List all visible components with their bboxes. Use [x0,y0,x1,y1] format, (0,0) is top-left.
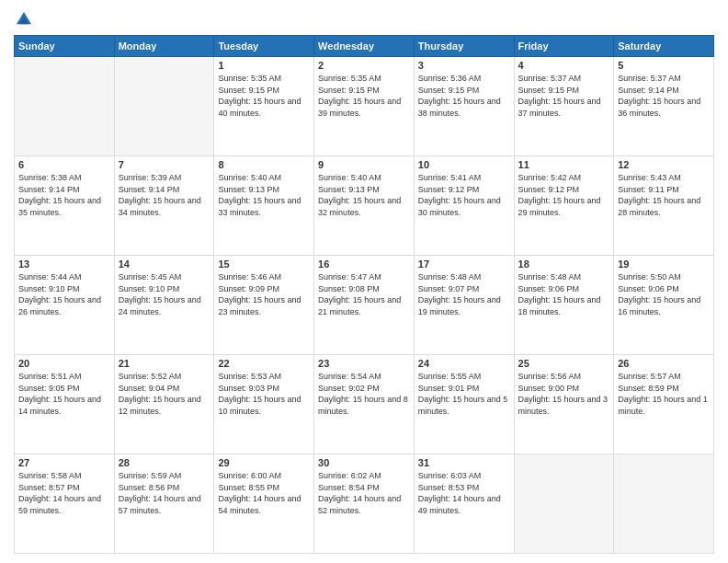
day-number: 18 [518,259,610,270]
day-number: 30 [318,457,410,468]
day-number: 12 [618,159,710,170]
cell-info: Sunrise: 5:51 AM Sunset: 9:05 PM Dayligh… [18,371,110,417]
calendar-cell: 13 Sunrise: 5:44 AM Sunset: 9:10 PM Dayl… [15,256,115,355]
calendar-cell: 7 Sunrise: 5:39 AM Sunset: 9:14 PM Dayli… [114,156,214,256]
day-number: 6 [18,159,110,170]
calendar-cell: 3 Sunrise: 5:36 AM Sunset: 9:15 PM Dayli… [414,57,514,156]
cell-info: Sunrise: 5:48 AM Sunset: 9:07 PM Dayligh… [418,271,510,317]
calendar-cell: 27 Sunrise: 5:58 AM Sunset: 8:57 PM Dayl… [15,454,115,554]
calendar-cell: 26 Sunrise: 5:57 AM Sunset: 8:59 PM Dayl… [614,355,714,454]
calendar-cell [614,454,714,554]
cell-info: Sunrise: 5:40 AM Sunset: 9:13 PM Dayligh… [218,172,310,218]
cell-info: Sunrise: 5:37 AM Sunset: 9:14 PM Dayligh… [618,73,710,119]
day-number: 24 [418,358,510,369]
day-number: 26 [618,358,710,369]
calendar-cell: 10 Sunrise: 5:41 AM Sunset: 9:12 PM Dayl… [414,156,514,256]
calendar-cell: 14 Sunrise: 5:45 AM Sunset: 9:10 PM Dayl… [114,256,214,355]
calendar-cell [514,454,614,554]
cell-info: Sunrise: 5:44 AM Sunset: 9:10 PM Dayligh… [18,271,110,317]
day-number: 9 [318,159,410,170]
day-number: 17 [418,259,510,270]
cell-info: Sunrise: 5:42 AM Sunset: 9:12 PM Dayligh… [518,172,610,218]
calendar-cell: 1 Sunrise: 5:35 AM Sunset: 9:15 PM Dayli… [214,57,314,156]
cell-info: Sunrise: 6:02 AM Sunset: 8:54 PM Dayligh… [318,470,410,516]
calendar-cell: 5 Sunrise: 5:37 AM Sunset: 9:14 PM Dayli… [614,57,714,156]
day-number: 4 [518,60,610,71]
calendar-week-4: 20 Sunrise: 5:51 AM Sunset: 9:05 PM Dayl… [15,355,714,454]
day-number: 27 [18,457,110,468]
day-number: 22 [218,358,310,369]
calendar-cell: 18 Sunrise: 5:48 AM Sunset: 9:06 PM Dayl… [514,256,614,355]
logo [14,9,38,29]
cell-info: Sunrise: 5:43 AM Sunset: 9:11 PM Dayligh… [618,172,710,218]
cell-info: Sunrise: 5:39 AM Sunset: 9:14 PM Dayligh… [119,172,210,218]
calendar-cell: 17 Sunrise: 5:48 AM Sunset: 9:07 PM Dayl… [414,256,514,355]
cell-info: Sunrise: 5:41 AM Sunset: 9:12 PM Dayligh… [418,172,510,218]
day-number: 20 [18,358,110,369]
logo-icon [14,9,34,29]
header [14,9,714,29]
weekday-header-wednesday: Wednesday [314,36,415,57]
cell-info: Sunrise: 5:52 AM Sunset: 9:04 PM Dayligh… [119,371,210,417]
day-number: 8 [218,159,310,170]
cell-info: Sunrise: 5:56 AM Sunset: 9:00 PM Dayligh… [518,371,610,417]
day-number: 16 [318,259,410,270]
calendar-cell: 4 Sunrise: 5:37 AM Sunset: 9:15 PM Dayli… [514,57,614,156]
cell-info: Sunrise: 5:38 AM Sunset: 9:14 PM Dayligh… [18,172,110,218]
calendar-cell: 11 Sunrise: 5:42 AM Sunset: 9:12 PM Dayl… [514,156,614,256]
day-number: 2 [318,60,410,71]
weekday-header-thursday: Thursday [414,36,514,57]
calendar-cell [114,57,214,156]
cell-info: Sunrise: 5:59 AM Sunset: 8:56 PM Dayligh… [119,470,210,516]
calendar-cell: 16 Sunrise: 5:47 AM Sunset: 9:08 PM Dayl… [314,256,415,355]
cell-info: Sunrise: 5:57 AM Sunset: 8:59 PM Dayligh… [618,371,710,417]
day-number: 14 [119,259,210,270]
day-number: 15 [218,259,310,270]
calendar-week-2: 6 Sunrise: 5:38 AM Sunset: 9:14 PM Dayli… [15,156,714,256]
cell-info: Sunrise: 5:50 AM Sunset: 9:06 PM Dayligh… [618,271,710,317]
calendar-cell: 28 Sunrise: 5:59 AM Sunset: 8:56 PM Dayl… [114,454,214,554]
cell-info: Sunrise: 6:00 AM Sunset: 8:55 PM Dayligh… [218,470,310,516]
calendar-body: 1 Sunrise: 5:35 AM Sunset: 9:15 PM Dayli… [15,57,714,554]
day-number: 5 [618,60,710,71]
weekday-header-saturday: Saturday [614,36,714,57]
day-number: 7 [119,159,210,170]
calendar-week-1: 1 Sunrise: 5:35 AM Sunset: 9:15 PM Dayli… [15,57,714,156]
calendar-table: SundayMondayTuesdayWednesdayThursdayFrid… [14,35,714,554]
calendar-cell: 9 Sunrise: 5:40 AM Sunset: 9:13 PM Dayli… [314,156,415,256]
cell-info: Sunrise: 5:55 AM Sunset: 9:01 PM Dayligh… [418,371,510,417]
weekday-header-friday: Friday [514,36,614,57]
day-number: 13 [18,259,110,270]
calendar-cell: 19 Sunrise: 5:50 AM Sunset: 9:06 PM Dayl… [614,256,714,355]
calendar-cell: 8 Sunrise: 5:40 AM Sunset: 9:13 PM Dayli… [214,156,314,256]
calendar-cell: 21 Sunrise: 5:52 AM Sunset: 9:04 PM Dayl… [114,355,214,454]
day-number: 25 [518,358,610,369]
calendar-cell: 6 Sunrise: 5:38 AM Sunset: 9:14 PM Dayli… [15,156,115,256]
cell-info: Sunrise: 5:35 AM Sunset: 9:15 PM Dayligh… [318,73,410,119]
cell-info: Sunrise: 5:40 AM Sunset: 9:13 PM Dayligh… [318,172,410,218]
cell-info: Sunrise: 5:58 AM Sunset: 8:57 PM Dayligh… [18,470,110,516]
day-number: 1 [218,60,310,71]
cell-info: Sunrise: 5:46 AM Sunset: 9:09 PM Dayligh… [218,271,310,317]
calendar-cell: 29 Sunrise: 6:00 AM Sunset: 8:55 PM Dayl… [214,454,314,554]
cell-info: Sunrise: 5:47 AM Sunset: 9:08 PM Dayligh… [318,271,410,317]
page: SundayMondayTuesdayWednesdayThursdayFrid… [0,0,728,563]
weekday-header-tuesday: Tuesday [214,36,314,57]
day-number: 3 [418,60,510,71]
calendar-header-row: SundayMondayTuesdayWednesdayThursdayFrid… [15,36,714,57]
calendar-cell: 25 Sunrise: 5:56 AM Sunset: 9:00 PM Dayl… [514,355,614,454]
cell-info: Sunrise: 5:45 AM Sunset: 9:10 PM Dayligh… [119,271,210,317]
cell-info: Sunrise: 5:35 AM Sunset: 9:15 PM Dayligh… [218,73,310,119]
cell-info: Sunrise: 5:36 AM Sunset: 9:15 PM Dayligh… [418,73,510,119]
calendar-week-5: 27 Sunrise: 5:58 AM Sunset: 8:57 PM Dayl… [15,454,714,554]
weekday-header-sunday: Sunday [15,36,115,57]
day-number: 21 [119,358,210,369]
calendar-cell: 23 Sunrise: 5:54 AM Sunset: 9:02 PM Dayl… [314,355,415,454]
day-number: 23 [318,358,410,369]
calendar-cell: 24 Sunrise: 5:55 AM Sunset: 9:01 PM Dayl… [414,355,514,454]
cell-info: Sunrise: 5:54 AM Sunset: 9:02 PM Dayligh… [318,371,410,417]
calendar-cell [15,57,115,156]
day-number: 19 [618,259,710,270]
day-number: 10 [418,159,510,170]
day-number: 11 [518,159,610,170]
